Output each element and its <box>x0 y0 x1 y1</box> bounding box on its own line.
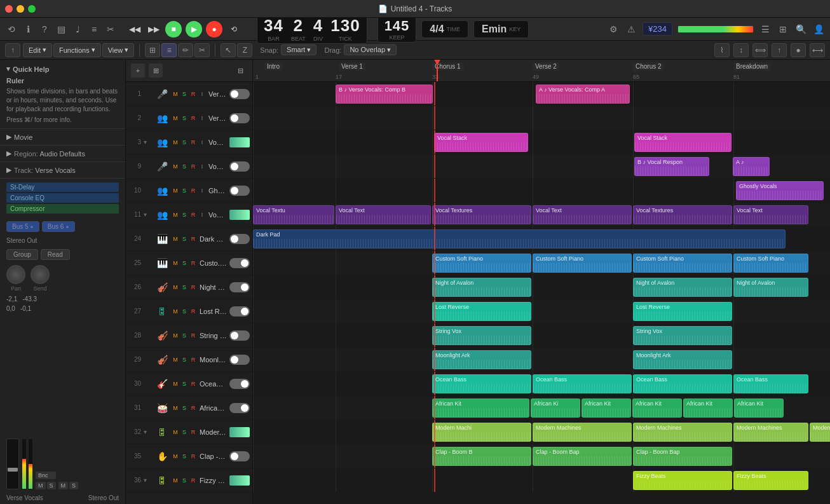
track-r-button[interactable]: R <box>189 477 197 484</box>
track-enable-toggle[interactable] <box>229 89 250 99</box>
track-s-button[interactable]: S <box>180 114 188 122</box>
clip[interactable]: Modern Machines <box>733 423 808 442</box>
clip[interactable]: Vocal Text <box>336 205 431 224</box>
clip[interactable]: Vocal Textures <box>432 205 531 224</box>
plugin-compressor[interactable]: Compressor <box>6 204 119 214</box>
track-r-button[interactable]: R <box>189 332 197 339</box>
clip[interactable]: B ♪ Vocal Respon <box>634 157 709 176</box>
track-m-button[interactable]: M <box>172 380 179 388</box>
waveform-icon[interactable]: ⌇ <box>714 43 730 57</box>
track-row[interactable]: 25🎹MSRCusto...t Piano <box>126 251 252 275</box>
zoom-in-icon[interactable]: ↕ <box>733 43 749 57</box>
list-icon[interactable]: ≡ <box>161 43 177 57</box>
track-r-button[interactable]: R <box>189 308 197 315</box>
track-row[interactable]: 2👥MSRIVerse Harmony <box>126 106 252 130</box>
track-row[interactable]: 31🥁MSRAfrican Kit <box>126 396 252 420</box>
maximize-button[interactable] <box>28 5 36 13</box>
track-enable-toggle[interactable] <box>229 355 250 365</box>
clip[interactable]: Fizzy Beats <box>733 471 808 490</box>
track-m-button[interactable]: M <box>172 332 179 339</box>
clip[interactable]: Vocal Stack <box>634 133 731 152</box>
clip[interactable]: B ♪ Verse Vocals: Comp B <box>336 85 433 104</box>
track-s-button[interactable]: S <box>180 477 188 484</box>
m-button[interactable]: M <box>36 482 46 489</box>
view-menu[interactable]: View ▾ <box>102 43 135 57</box>
track-s-button[interactable]: S <box>180 356 188 364</box>
clip[interactable]: Ghostly Vocals <box>736 181 824 200</box>
track-enable-toggle[interactable] <box>229 330 250 341</box>
functions-menu[interactable]: Functions ▾ <box>53 43 101 57</box>
track-row[interactable]: 28🎻MSRString Vox <box>126 324 252 348</box>
cursor-icon[interactable]: ↖ <box>221 43 236 57</box>
track-enable-toggle[interactable] <box>229 186 250 196</box>
edit-menu[interactable]: Edit ▾ <box>23 43 52 57</box>
help-icon[interactable]: ? <box>38 23 51 36</box>
bus5-button[interactable]: Bus 5 ● <box>6 221 39 232</box>
track-m-button[interactable]: M <box>172 308 179 315</box>
track-row[interactable]: 29🎻MSRMoonlight Ark <box>126 348 252 372</box>
clip[interactable]: Modern Machines <box>633 423 732 442</box>
arrows-icon[interactable]: ⟷ <box>810 43 825 57</box>
clip[interactable]: Lost Reverse <box>633 302 732 321</box>
stop-button[interactable]: ■ <box>165 21 182 37</box>
track-m-button[interactable]: M <box>172 211 179 219</box>
track-row[interactable]: 9🎤MSRIVocal Response <box>126 154 252 179</box>
plugin-st-delay[interactable]: St-Delay <box>6 182 119 192</box>
clip[interactable]: Ocean Bass <box>432 374 531 393</box>
clip[interactable]: Clap - Boom Bap <box>533 447 632 466</box>
track-s-button[interactable]: S <box>180 235 188 243</box>
track-m-button[interactable]: M <box>172 90 179 98</box>
read-button[interactable]: Read <box>41 249 70 260</box>
track-expand-icon[interactable]: ▾ <box>144 139 153 146</box>
alert-icon[interactable]: ⚠ <box>625 23 637 36</box>
clip[interactable]: African Kit <box>432 398 529 418</box>
clip[interactable]: A ♪ Verse Vocals: Comp A <box>536 85 630 104</box>
clip[interactable]: Custom Soft Piano <box>533 254 632 273</box>
play-button[interactable]: ▶ <box>186 21 202 37</box>
track-row[interactable]: 10👥MSRIGhostly Vocals <box>126 179 252 203</box>
circle-icon[interactable]: ● <box>791 43 806 57</box>
clip[interactable]: Night of Avalon <box>633 278 732 297</box>
track-i-button[interactable]: I <box>198 163 206 170</box>
scissors-icon[interactable]: ✂ <box>104 23 117 36</box>
clip[interactable]: String Vox <box>432 326 531 345</box>
clip[interactable]: Night of Avalon <box>733 278 808 297</box>
track-r-button[interactable]: R <box>189 90 197 98</box>
forward-button[interactable]: ▶▶ <box>146 23 161 36</box>
track-options-button[interactable]: ⊞ <box>149 64 163 78</box>
track-enable-toggle[interactable] <box>229 113 250 123</box>
track-m-button[interactable]: M <box>172 453 179 460</box>
track-enable-toggle[interactable] <box>229 282 250 292</box>
track-row[interactable]: 26🎻MSRNight of Avalon <box>126 275 252 299</box>
cycle-icon[interactable]: ⟲ <box>5 23 18 36</box>
track-r-button[interactable]: R <box>189 453 197 460</box>
toolbar-back-icon[interactable]: ↑ <box>5 43 20 57</box>
clip[interactable]: Vocal Stack <box>434 133 528 152</box>
track-r-button[interactable]: R <box>189 139 197 146</box>
track-m-button[interactable]: M <box>172 356 179 364</box>
grid-icon[interactable]: ⊞ <box>145 43 160 57</box>
track-s-button[interactable]: S <box>180 404 188 412</box>
clip[interactable]: Clap - Boom B <box>432 447 531 466</box>
clip[interactable]: African Kit <box>632 398 682 418</box>
track-i-button[interactable]: I <box>198 139 206 146</box>
clip[interactable]: Custom Soft Piano <box>633 254 732 273</box>
clip[interactable]: Custom Soft Piano <box>432 254 531 273</box>
track-r-button[interactable]: R <box>189 235 197 243</box>
movie-section[interactable]: ▶ Movie <box>0 129 125 146</box>
track-s-button[interactable]: S <box>180 211 188 219</box>
clip[interactable]: Modern Machines <box>810 423 830 442</box>
track-row[interactable]: 30🎸MSROcean Bass <box>126 372 252 396</box>
track-enable-toggle[interactable] <box>229 379 250 389</box>
clip[interactable]: African Kit <box>683 398 733 418</box>
grid-view-icon[interactable]: ⊞ <box>777 23 789 36</box>
track-section[interactable]: ▶ Track: Verse Vocals <box>0 162 125 179</box>
list-view-icon[interactable]: ☰ <box>759 23 772 36</box>
track-row[interactable]: 35✋MSRClap -...m Bap <box>126 444 252 468</box>
track-r-button[interactable]: R <box>189 380 197 388</box>
track-i-button[interactable]: I <box>198 211 206 219</box>
clip[interactable]: Ocean Bass <box>533 374 632 393</box>
track-s-button[interactable]: S <box>180 380 188 388</box>
clip[interactable]: Fizzy Beats <box>633 471 732 490</box>
track-row[interactable]: 27🎛MSRLost Reverse <box>126 299 252 324</box>
